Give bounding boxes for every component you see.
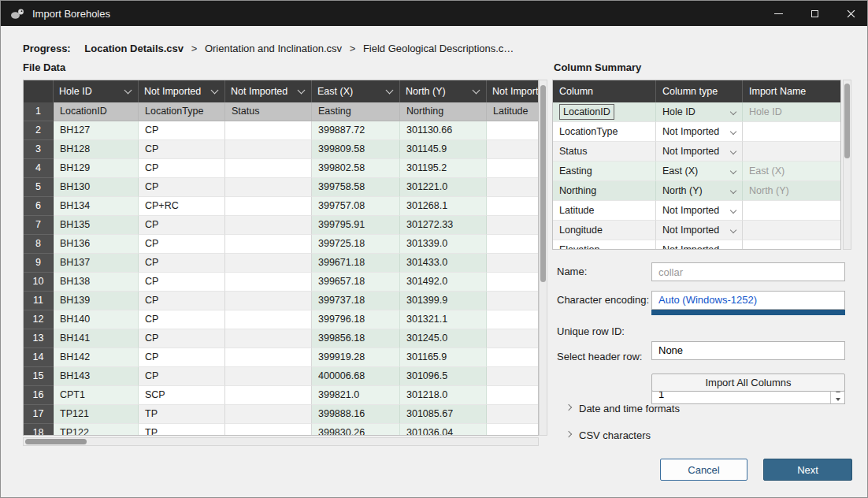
- scrollbar-thumb[interactable]: [540, 85, 546, 282]
- table-row[interactable]: 13BH141CP399856.18301245.0: [24, 329, 539, 348]
- chevron-right-icon: [566, 404, 572, 411]
- table-cell: BH137: [54, 254, 139, 273]
- column-type-dropdown[interactable]: Not Imported: [656, 142, 743, 162]
- summary-row[interactable]: LocationIDHole IDHole ID: [553, 102, 841, 122]
- table-row[interactable]: 16CPT1SCP399821.0301218.0: [24, 386, 539, 405]
- table-cell: 399821.0: [312, 386, 400, 405]
- unique-row-id-label: Unique row ID:: [557, 322, 625, 341]
- summary-column-name[interactable]: Easting: [553, 162, 656, 181]
- next-button[interactable]: Next: [763, 459, 852, 481]
- table-row[interactable]: 7BH135CP399795.91301272.33: [24, 216, 539, 235]
- chevron-down-icon: [730, 227, 736, 233]
- table-row[interactable]: 11BH139CP399737.18301399.9: [24, 292, 539, 310]
- character-encoding-dropdown[interactable]: Auto (Windows-1252): [651, 291, 845, 310]
- date-time-formats-expander[interactable]: Date and time formats: [562, 403, 680, 414]
- table-cell: BH128: [54, 140, 139, 159]
- table-cell: [225, 292, 312, 310]
- column-header-dropdown[interactable]: East (X): [312, 80, 400, 102]
- summary-row[interactable]: LatitudeNot Imported: [553, 201, 841, 221]
- file-data-title: File Data: [23, 61, 65, 73]
- table-row[interactable]: 17TP121TP399888.16301085.67: [24, 405, 539, 424]
- summary-column-name[interactable]: Elevation: [553, 240, 656, 250]
- column-type-value: Not Imported: [662, 142, 719, 161]
- table-row[interactable]: 18TP122TP399830.26301036.04: [24, 424, 539, 436]
- column-type-dropdown[interactable]: Not Imported: [656, 240, 743, 250]
- name-input[interactable]: [651, 262, 845, 281]
- table-cell: 301130.66: [400, 121, 487, 140]
- close-icon: [847, 9, 855, 18]
- table-cell: 399757.08: [312, 197, 400, 216]
- summary-row[interactable]: NorthingNorth (Y)North (Y): [553, 181, 841, 201]
- maximize-button[interactable]: [796, 1, 833, 26]
- column-header-dropdown[interactable]: Not Imported: [487, 80, 539, 102]
- table-row[interactable]: 4BH129CP399802.58301195.2: [24, 159, 539, 178]
- minimize-button[interactable]: [760, 1, 796, 26]
- table-cell: 399737.18: [312, 292, 400, 310]
- file-table-horizontal-scrollbar[interactable]: [23, 437, 539, 446]
- table-row[interactable]: 2BH127CP399887.72301130.66: [24, 121, 539, 140]
- summary-vertical-scrollbar[interactable]: [843, 80, 851, 250]
- column-type-dropdown[interactable]: East (X): [656, 162, 743, 181]
- summary-row[interactable]: EastingEast (X)East (X): [553, 162, 841, 181]
- column-header-dropdown[interactable]: Hole ID: [54, 80, 139, 102]
- table-cell: BH134: [54, 197, 139, 216]
- table-row[interactable]: 1LocationIDLocationTypeStatusEastingNort…: [24, 102, 539, 121]
- table-row[interactable]: 10BH138CP399657.18301492.0: [24, 273, 539, 292]
- close-button[interactable]: [833, 1, 868, 26]
- csv-characters-expander[interactable]: CSV characters: [562, 429, 651, 441]
- summary-column-name[interactable]: Latitude: [553, 201, 656, 221]
- summary-row[interactable]: LocationTypeNot Imported: [553, 122, 841, 142]
- arrow-down-icon: [836, 398, 840, 401]
- summary-column-name[interactable]: Northing: [553, 181, 656, 201]
- table-cell: [487, 386, 539, 405]
- column-header-label: North (Y): [406, 86, 446, 97]
- table-row[interactable]: 15BH143CP400006.68301096.5: [24, 367, 539, 386]
- table-cell: 399758.58: [312, 178, 400, 197]
- column-type-dropdown[interactable]: Not Imported: [656, 221, 743, 240]
- table-row[interactable]: 12BH140CP399796.18301321.1: [24, 310, 539, 329]
- summary-column-name[interactable]: Longitude: [553, 221, 656, 240]
- column-type-dropdown[interactable]: Not Imported: [656, 122, 743, 142]
- spinner-down-button[interactable]: [831, 395, 844, 403]
- unique-row-id-dropdown[interactable]: None: [651, 341, 845, 360]
- column-type-dropdown[interactable]: Not Imported: [656, 201, 743, 221]
- column-type-value: North (Y): [662, 181, 703, 200]
- table-cell: 399809.58: [312, 140, 400, 159]
- import-all-columns-button[interactable]: Import All Columns: [651, 374, 845, 392]
- summary-row[interactable]: StatusNot Imported: [553, 142, 841, 162]
- column-header-dropdown[interactable]: Not Imported: [139, 80, 225, 102]
- table-cell: 399888.16: [312, 405, 400, 424]
- column-header-dropdown[interactable]: Not Imported: [225, 80, 312, 102]
- table-row[interactable]: 9BH137CP399671.18301433.0: [24, 254, 539, 273]
- table-cell: 399830.26: [312, 424, 400, 436]
- summary-column-name[interactable]: LocationType: [553, 122, 656, 142]
- summary-column-name[interactable]: Status: [553, 142, 656, 162]
- column-type-dropdown[interactable]: Hole ID: [656, 102, 743, 122]
- summary-row[interactable]: LongitudeNot Imported: [553, 221, 841, 240]
- expander-label: Date and time formats: [579, 403, 680, 414]
- scrollbar-thumb[interactable]: [25, 439, 87, 444]
- file-table-vertical-scrollbar[interactable]: [539, 80, 547, 436]
- table-row[interactable]: 6BH134CP+RC399757.08301268.1: [24, 197, 539, 216]
- breadcrumb-step: Orientation and Inclination.csv: [205, 43, 342, 54]
- table-cell: 399795.91: [312, 216, 400, 235]
- table-cell: [487, 159, 539, 178]
- table-row[interactable]: 5BH130CP399758.58301221.0: [24, 178, 539, 197]
- scrollbar-thumb[interactable]: [844, 84, 850, 158]
- corner-header-cell: [24, 80, 54, 102]
- row-number: 7: [24, 216, 54, 235]
- table-cell: CP: [139, 329, 225, 348]
- table-cell: CP: [139, 178, 225, 197]
- table-row[interactable]: 3BH128CP399809.58301145.9: [24, 140, 539, 159]
- column-header-dropdown[interactable]: North (Y): [400, 80, 487, 102]
- summary-column-name[interactable]: LocationID: [553, 102, 656, 122]
- chevron-down-icon: [730, 109, 736, 115]
- summary-row[interactable]: ElevationNot Imported: [553, 240, 841, 250]
- table-cell: [487, 367, 539, 386]
- cancel-button[interactable]: Cancel: [660, 459, 747, 481]
- table-row[interactable]: 8BH136CP399725.18301339.0: [24, 235, 539, 254]
- column-type-value: Not Imported: [662, 221, 719, 240]
- table-cell: CP: [139, 273, 225, 292]
- column-type-dropdown[interactable]: North (Y): [656, 181, 743, 201]
- table-row[interactable]: 14BH142CP399919.28301165.9: [24, 348, 539, 367]
